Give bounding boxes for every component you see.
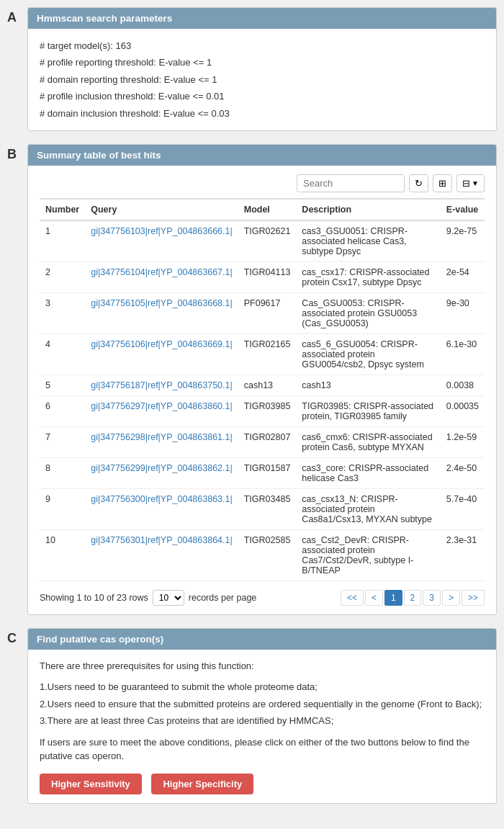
cell-number: 1 (40, 220, 85, 262)
search-input[interactable] (297, 174, 405, 192)
prereq-list: 1.Users need to be guaranteed to submit … (40, 680, 485, 728)
cell-description: cas6_cmx6: CRISPR-associated protein Cas… (296, 426, 440, 457)
cell-model: TIGR03985 (238, 395, 297, 426)
cell-evalue: 0.00035 (441, 395, 485, 426)
cell-description: cas_Cst2_DevR: CRISPR-associated protein… (296, 529, 440, 581)
cell-evalue: 9e-30 (441, 292, 485, 333)
cell-number: 5 (40, 375, 85, 395)
page-prev-btn[interactable]: < (365, 590, 383, 606)
page-first-btn[interactable]: << (341, 590, 364, 606)
refresh-button[interactable]: ↻ (409, 174, 428, 192)
query-link[interactable]: gi|347756105|ref|YP_004863668.1| (91, 298, 233, 308)
query-link[interactable]: gi|347756104|ref|YP_004863667.1| (91, 267, 233, 277)
columns-button[interactable]: ⊞ (433, 174, 452, 192)
refresh-icon: ↻ (415, 178, 423, 189)
cell-description: cas3_GSU0051: CRISPR-associated helicase… (296, 220, 440, 262)
cell-query[interactable]: gi|347756105|ref|YP_004863668.1| (85, 292, 238, 333)
section-c: Find putative cas operon(s) There are th… (27, 628, 497, 804)
cell-number: 4 (40, 333, 85, 375)
dropdown-arrow: ▼ (472, 179, 479, 187)
param-item: # profile inclusion threshold: E-value <… (40, 88, 485, 104)
cell-evalue: 2e-54 (441, 261, 485, 292)
query-link[interactable]: gi|347756103|ref|YP_004863666.1| (91, 226, 233, 236)
params-list: # target model(s): 163# profile reportin… (40, 37, 485, 122)
cell-model: TIGR02621 (238, 220, 297, 262)
section-b-body: ↻ ⊞ ⊟ ▼ Number Query Mode (28, 166, 496, 614)
query-link[interactable]: gi|347756298|ref|YP_004863861.1| (91, 432, 233, 442)
pagination-right: <<<123>>> (341, 590, 485, 606)
query-link[interactable]: gi|347756297|ref|YP_004863860.1| (91, 401, 233, 411)
cell-evalue: 5.7e-40 (441, 488, 485, 529)
cell-query[interactable]: gi|347756301|ref|YP_004863864.1| (85, 529, 238, 581)
page-next-btn[interactable]: > (442, 590, 460, 606)
query-link[interactable]: gi|347756106|ref|YP_004863669.1| (91, 339, 233, 349)
param-item: # domain reporting threshold: E-value <=… (40, 71, 485, 88)
cell-model: TIGR03485 (238, 488, 297, 529)
query-link[interactable]: gi|347756299|ref|YP_004863862.1| (91, 463, 233, 473)
grid-icon: ⊟ (462, 178, 470, 189)
table-header-row: Number Query Model Description E-value (40, 199, 485, 220)
section-c-label: C (7, 631, 20, 646)
pagination-bar: Showing 1 to 10 of 23 rows 10 25 50 reco… (40, 590, 485, 606)
cell-description: Cas_GSU0053: CRISPR-associated protein G… (296, 292, 440, 333)
query-link[interactable]: gi|347756301|ref|YP_004863864.1| (91, 535, 233, 545)
cell-description: cas3_core: CRISPR-associated helicase Ca… (296, 457, 440, 488)
page-last-btn[interactable]: >> (462, 590, 485, 606)
cell-query[interactable]: gi|347756187|ref|YP_004863750.1| (85, 375, 238, 395)
cell-number: 8 (40, 457, 85, 488)
cell-model: cash13 (238, 375, 297, 395)
table-row: 6gi|347756297|ref|YP_004863860.1|TIGR039… (40, 395, 485, 426)
col-evalue: E-value (441, 199, 485, 220)
prereq-item: 2.Users need to ensure that the submitte… (40, 697, 485, 712)
section-a-header: Hmmscan search parameters (28, 8, 496, 29)
cell-query[interactable]: gi|347756106|ref|YP_004863669.1| (85, 333, 238, 375)
grid-button[interactable]: ⊟ ▼ (456, 174, 485, 192)
cell-number: 6 (40, 395, 85, 426)
cell-model: TIGR02585 (238, 529, 297, 581)
param-item: # profile reporting threshold: E-value <… (40, 54, 485, 71)
section-b: Summary table of best hits ↻ ⊞ ⊟ ▼ (27, 144, 497, 615)
cell-query[interactable]: gi|347756300|ref|YP_004863863.1| (85, 488, 238, 529)
cell-query[interactable]: gi|347756298|ref|YP_004863861.1| (85, 426, 238, 457)
cell-number: 3 (40, 292, 85, 333)
cell-model: TIGR02807 (238, 426, 297, 457)
cell-model: TIGR04113 (238, 261, 297, 292)
higher-specificity-button[interactable]: Higher Specificity (151, 774, 253, 794)
cell-evalue: 9.2e-75 (441, 220, 485, 262)
table-row: 2gi|347756104|ref|YP_004863667.1|TIGR041… (40, 261, 485, 292)
query-link[interactable]: gi|347756300|ref|YP_004863863.1| (91, 494, 233, 504)
section-a-body: # target model(s): 163# profile reportin… (28, 29, 496, 130)
section-b-label: B (7, 147, 20, 162)
query-link[interactable]: gi|347756187|ref|YP_004863750.1| (91, 380, 233, 390)
cell-number: 9 (40, 488, 85, 529)
cell-number: 10 (40, 529, 85, 581)
cell-evalue: 2.3e-31 (441, 529, 485, 581)
cell-query[interactable]: gi|347756104|ref|YP_004863667.1| (85, 261, 238, 292)
cell-model: PF09617 (238, 292, 297, 333)
page-1-btn[interactable]: 1 (384, 590, 402, 606)
col-model: Model (238, 199, 297, 220)
section-a-label: A (7, 10, 20, 25)
cell-description: cas_csx17: CRISPR-associated protein Csx… (296, 261, 440, 292)
prereq-item: 3.There are at least three Cas proteins … (40, 714, 485, 728)
higher-sensitivity-button[interactable]: Higher Sensitivity (40, 774, 142, 794)
col-number: Number (40, 199, 85, 220)
cell-query[interactable]: gi|347756297|ref|YP_004863860.1| (85, 395, 238, 426)
cell-description: cash13 (296, 375, 440, 395)
per-page-select[interactable]: 10 25 50 (153, 590, 184, 606)
table-row: 9gi|347756300|ref|YP_004863863.1|TIGR034… (40, 488, 485, 529)
table-row: 4gi|347756106|ref|YP_004863669.1|TIGR021… (40, 333, 485, 375)
cell-query[interactable]: gi|347756103|ref|YP_004863666.1| (85, 220, 238, 262)
cell-evalue: 0.0038 (441, 375, 485, 395)
results-table: Number Query Model Description E-value 1… (40, 198, 485, 581)
table-row: 1gi|347756103|ref|YP_004863666.1|TIGR026… (40, 220, 485, 262)
cell-query[interactable]: gi|347756299|ref|YP_004863862.1| (85, 457, 238, 488)
col-query: Query (85, 199, 238, 220)
records-per-page-label: records per page (189, 593, 257, 603)
table-row: 5gi|347756187|ref|YP_004863750.1|cash13c… (40, 375, 485, 395)
pagination-left: Showing 1 to 10 of 23 rows 10 25 50 reco… (40, 590, 256, 606)
page-2-btn[interactable]: 2 (404, 590, 422, 606)
cell-description: TIGR03985: CRISPR-associated protein, TI… (296, 395, 440, 426)
page-3-btn[interactable]: 3 (423, 590, 441, 606)
table-head: Number Query Model Description E-value (40, 199, 485, 220)
